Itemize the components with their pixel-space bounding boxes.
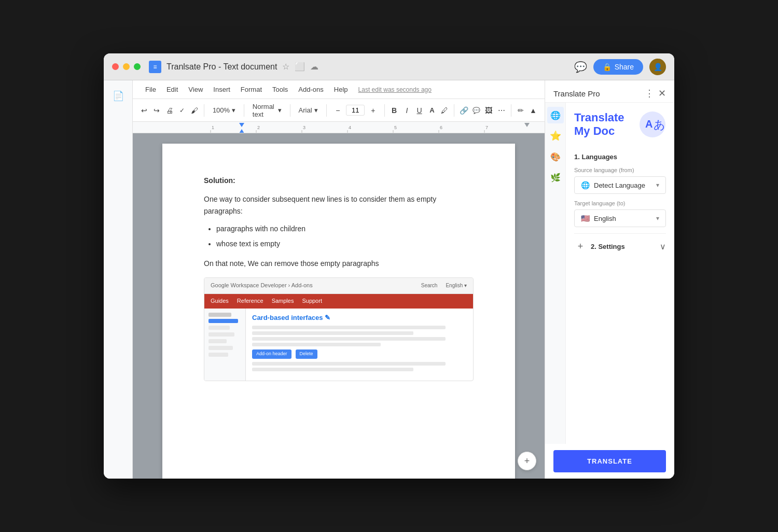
- flag-icon: 🇺🇸: [581, 214, 590, 222]
- settings-chevron-icon[interactable]: ∨: [660, 242, 666, 251]
- target-lang-value: English: [594, 215, 616, 222]
- sidebar-icon-doc[interactable]: 📄: [109, 87, 128, 105]
- menu-file[interactable]: File: [141, 83, 160, 95]
- panel-sidebar-star-icon[interactable]: ⭐: [547, 128, 564, 144]
- toolbar-sep-3: [290, 104, 290, 117]
- redo-button[interactable]: ↪: [151, 103, 162, 118]
- font-size-input[interactable]: [346, 105, 365, 116]
- zoom-select[interactable]: 100% ▾: [209, 105, 240, 116]
- lang-badge: English ▾: [446, 282, 467, 290]
- menu-format[interactable]: Format: [237, 83, 266, 95]
- menu-help[interactable]: Help: [330, 83, 352, 95]
- mini-line-3: [252, 337, 446, 341]
- settings-section: + 2. Settings ∨: [574, 233, 666, 253]
- svg-text:1: 1: [212, 125, 214, 130]
- target-lang-select[interactable]: 🇺🇸 English ▾: [574, 209, 666, 227]
- panel-sidebar-color-icon[interactable]: 🎨: [547, 148, 564, 165]
- mini-btn-element: Delete: [296, 349, 317, 359]
- ruler: 1 2 3 4 5 6 7: [133, 122, 545, 133]
- nav-guides: Guides: [211, 297, 229, 306]
- more-button[interactable]: ⋯: [496, 103, 507, 118]
- bold-button[interactable]: B: [389, 103, 399, 118]
- mini-line-6: [252, 368, 413, 371]
- spellcheck-button[interactable]: ✓: [177, 103, 187, 118]
- menu-tools[interactable]: Tools: [268, 83, 292, 95]
- doc-area: File Edit View Insert Format Tools Add-o…: [133, 80, 545, 479]
- panel-sidebar-leaf-icon[interactable]: 🌿: [547, 169, 564, 186]
- title-icons: ☆ ⬜ ☁: [282, 62, 318, 72]
- highlight-button[interactable]: 🖊: [439, 103, 450, 118]
- settings-add-button[interactable]: +: [574, 240, 587, 253]
- more-options-button[interactable]: ⋮: [645, 89, 654, 98]
- font-size-decrease[interactable]: −: [330, 103, 345, 118]
- last-edit-status: Last edit was seconds ago: [358, 86, 432, 93]
- menu-view[interactable]: View: [184, 83, 207, 95]
- italic-button[interactable]: I: [401, 103, 412, 118]
- font-select[interactable]: Arial ▾: [295, 105, 322, 116]
- screenshot-header: Google Workspace Developer › Add-ons Sea…: [204, 278, 473, 294]
- doc-bullet-list: paragraphs with no children whose text i…: [216, 223, 474, 249]
- comment-button[interactable]: 💬: [471, 103, 481, 118]
- chevron-down-icon: ▾: [314, 106, 318, 114]
- paint-format-button[interactable]: 🖌: [189, 103, 200, 118]
- panel-sidebar-translate-icon[interactable]: 🌐: [547, 107, 564, 123]
- panel-sidebar: 🌐 ⭐ 🎨 🌿: [545, 103, 566, 444]
- settings-header[interactable]: + 2. Settings ∨: [574, 240, 666, 253]
- panel-header: Translate Pro ⋮ ✕: [545, 80, 674, 103]
- source-chevron-icon: ▾: [656, 181, 659, 189]
- underline-button[interactable]: U: [414, 103, 424, 118]
- font-color-button[interactable]: A: [427, 103, 437, 118]
- undo-button[interactable]: ↩: [139, 103, 149, 118]
- collapse-button[interactable]: ▲: [528, 103, 538, 118]
- svg-text:3: 3: [303, 125, 305, 130]
- pen-button[interactable]: ✏: [516, 103, 526, 118]
- minimize-button[interactable]: [123, 63, 130, 70]
- svg-text:4: 4: [349, 125, 351, 130]
- translate-button[interactable]: TRANSLATE: [553, 450, 666, 472]
- close-panel-button[interactable]: ✕: [658, 89, 666, 98]
- maximize-button[interactable]: [134, 63, 141, 70]
- mac-window: ≡ Tranlsate Pro - Text document ☆ ⬜ ☁ 💬 …: [104, 53, 674, 479]
- star-icon[interactable]: ☆: [282, 62, 289, 72]
- toolbar-sep-5: [384, 104, 385, 117]
- svg-text:6: 6: [440, 125, 442, 130]
- add-float-button[interactable]: +: [518, 452, 536, 470]
- chevron-down-icon: ▾: [232, 106, 235, 114]
- svg-text:2: 2: [257, 125, 260, 130]
- toolbar: ↩ ↪ 🖨 ✓ 🖌 100% ▾ Normal text ▾ Arial: [133, 99, 545, 122]
- doc-page-wrapper: Solution: One way to consider subsequent…: [133, 133, 545, 479]
- doc-bullet-2: whose text is empty: [216, 238, 474, 249]
- font-size-control: − +: [330, 103, 380, 118]
- avatar[interactable]: 👤: [649, 59, 666, 75]
- print-button[interactable]: 🖨: [164, 103, 174, 118]
- comment-icon[interactable]: 💬: [574, 61, 587, 73]
- title-bar-right: 💬 🔒 Share 👤: [574, 59, 666, 75]
- share-button[interactable]: 🔒 Share: [593, 59, 643, 75]
- font-size-increase[interactable]: +: [366, 103, 380, 118]
- target-chevron-icon: ▾: [656, 215, 659, 222]
- source-lang-select[interactable]: 🌐 Detect Language ▾: [574, 176, 666, 194]
- traffic-lights: [112, 63, 141, 70]
- doc-title: Tranlsate Pro - Text document: [166, 62, 277, 72]
- screenshot-nav: Guides Reference Samples Support: [204, 294, 473, 309]
- screenshot-sidebar-mini: [204, 309, 246, 381]
- folder-icon[interactable]: ⬜: [295, 62, 305, 72]
- mini-line-5: [252, 362, 446, 366]
- image-button[interactable]: 🖼: [483, 103, 494, 118]
- svg-text:あ: あ: [654, 118, 665, 131]
- menu-insert[interactable]: Insert: [209, 83, 234, 95]
- menu-addons[interactable]: Add-ons: [294, 83, 327, 95]
- nav-reference: Reference: [237, 297, 263, 306]
- panel-actions: ⋮ ✕: [645, 89, 666, 98]
- translate-logo: Translate My Doc A あ: [574, 111, 666, 143]
- doc-page[interactable]: Solution: One way to consider subsequent…: [162, 144, 515, 479]
- close-button[interactable]: [112, 63, 119, 70]
- menu-edit[interactable]: Edit: [162, 83, 182, 95]
- cloud-icon[interactable]: ☁: [310, 62, 318, 72]
- toolbar-sep-7: [511, 104, 511, 117]
- translate-panel: Translate Pro ⋮ ✕ 🌐 ⭐ 🎨 🌿: [545, 80, 674, 479]
- link-button[interactable]: 🔗: [459, 103, 469, 118]
- style-select[interactable]: Normal text ▾: [248, 101, 286, 120]
- svg-text:7: 7: [485, 125, 488, 130]
- menu-bar: File Edit View Insert Format Tools Add-o…: [133, 80, 545, 99]
